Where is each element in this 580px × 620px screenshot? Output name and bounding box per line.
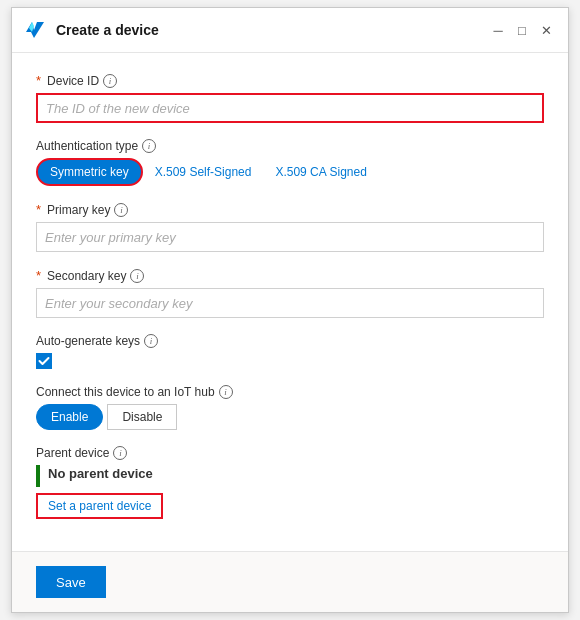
auto-generate-label: Auto-generate keys i (36, 334, 544, 348)
connect-iot-toggle: Enable Disable (36, 404, 544, 430)
auth-type-group: Authentication type i Symmetric key X.50… (36, 139, 544, 186)
enable-button[interactable]: Enable (36, 404, 103, 430)
auth-symmetric-key-button[interactable]: Symmetric key (36, 158, 143, 186)
checkmark-icon (38, 355, 50, 367)
auth-type-label: Authentication type i (36, 139, 544, 153)
maximize-button[interactable]: □ (514, 22, 530, 38)
set-parent-device-button[interactable]: Set a parent device (36, 493, 163, 519)
secondary-key-info-icon[interactable]: i (130, 269, 144, 283)
device-id-info-icon[interactable]: i (103, 74, 117, 88)
parent-device-info-icon[interactable]: i (113, 446, 127, 460)
secondary-key-label: * Secondary key i (36, 268, 544, 283)
secondary-key-group: * Secondary key i (36, 268, 544, 318)
primary-key-group: * Primary key i (36, 202, 544, 252)
device-id-label: * Device ID i (36, 73, 544, 88)
connect-iot-info-icon[interactable]: i (219, 385, 233, 399)
disable-button[interactable]: Disable (107, 404, 177, 430)
create-device-window: Create a device ─ □ ✕ * Device ID i Auth… (11, 7, 569, 613)
auto-generate-info-icon[interactable]: i (144, 334, 158, 348)
form-content: * Device ID i Authentication type i Symm… (12, 53, 568, 551)
parent-indicator-bar (36, 465, 40, 487)
title-bar-left: Create a device (24, 18, 159, 42)
auth-type-buttons: Symmetric key X.509 Self-Signed X.509 CA… (36, 158, 544, 186)
auto-generate-checkbox-group (36, 353, 544, 369)
primary-key-info-icon[interactable]: i (114, 203, 128, 217)
primary-key-input[interactable] (36, 222, 544, 252)
parent-device-group: Parent device i No parent device Set a p… (36, 446, 544, 519)
parent-device-label: Parent device i (36, 446, 544, 460)
auto-generate-checkbox[interactable] (36, 353, 52, 369)
parent-device-value: No parent device (48, 466, 153, 481)
close-button[interactable]: ✕ (538, 22, 554, 38)
device-id-group: * Device ID i (36, 73, 544, 123)
window-title: Create a device (56, 22, 159, 38)
device-id-input[interactable] (36, 93, 544, 123)
minimize-button[interactable]: ─ (490, 22, 506, 38)
title-bar-controls: ─ □ ✕ (490, 22, 554, 38)
auth-type-info-icon[interactable]: i (142, 139, 156, 153)
connect-iot-label: Connect this device to an IoT hub i (36, 385, 544, 399)
required-star: * (36, 73, 41, 88)
required-star-pk: * (36, 202, 41, 217)
primary-key-label: * Primary key i (36, 202, 544, 217)
required-star-sk: * (36, 268, 41, 283)
parent-device-value-row: No parent device (36, 465, 544, 487)
secondary-key-input[interactable] (36, 288, 544, 318)
save-button[interactable]: Save (36, 566, 106, 598)
form-footer: Save (12, 551, 568, 612)
auth-x509-ca-button[interactable]: X.509 CA Signed (263, 158, 378, 186)
auth-x509-self-button[interactable]: X.509 Self-Signed (143, 158, 264, 186)
azure-icon (24, 18, 48, 42)
connect-iot-group: Connect this device to an IoT hub i Enab… (36, 385, 544, 430)
title-bar: Create a device ─ □ ✕ (12, 8, 568, 53)
auto-generate-group: Auto-generate keys i (36, 334, 544, 369)
